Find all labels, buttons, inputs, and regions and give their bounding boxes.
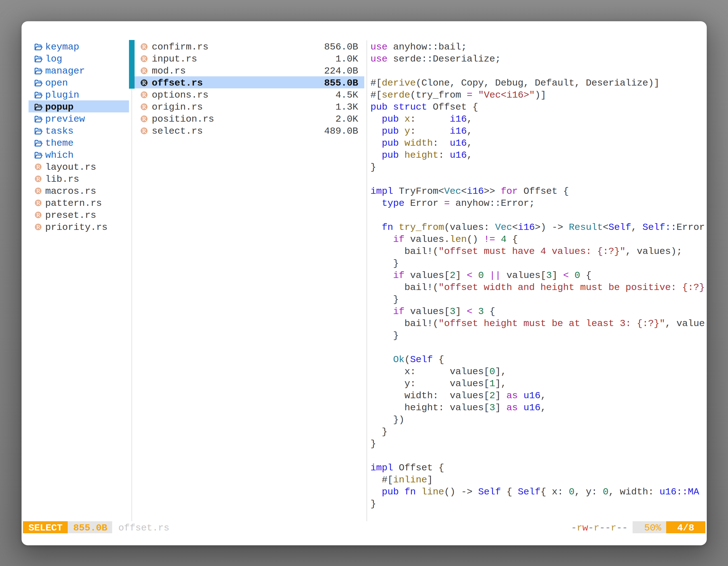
- svg-text:R: R: [36, 176, 40, 182]
- svg-text:R: R: [142, 92, 146, 98]
- svg-text:R: R: [142, 68, 146, 74]
- svg-text:R: R: [142, 44, 146, 50]
- svg-text:R: R: [142, 104, 146, 110]
- svg-text:R: R: [36, 224, 40, 230]
- svg-text:R: R: [36, 200, 40, 206]
- svg-text:R: R: [36, 212, 40, 218]
- svg-text:R: R: [142, 116, 146, 122]
- svg-text:R: R: [142, 128, 146, 134]
- svg-text:R: R: [36, 164, 40, 170]
- svg-text:R: R: [36, 188, 40, 194]
- svg-text:R: R: [142, 56, 146, 62]
- svg-text:R: R: [142, 80, 146, 86]
